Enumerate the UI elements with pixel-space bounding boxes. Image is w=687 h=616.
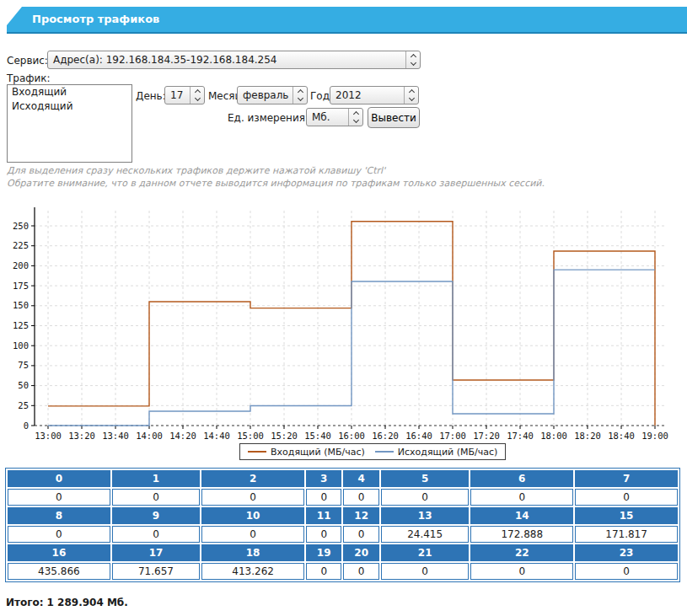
page-title: Просмотр трафиков	[7, 7, 687, 32]
legend-entry-1: Исходящий (МБ/час)	[375, 447, 498, 458]
spinner-arrows-icon[interactable]	[190, 87, 204, 104]
traffic-option-1[interactable]: Исходящий	[8, 99, 131, 114]
total-line: Итого:1 289.904 Мб.	[6, 597, 128, 608]
traffic-view-page: Просмотр трафиков Сервис: Адрес(а): 192.…	[0, 0, 687, 616]
y-tick-label: 175	[13, 281, 29, 291]
y-tick-label: 150	[13, 300, 29, 310]
hour-header-cell: 9	[112, 507, 200, 524]
title-bar: Просмотр трафиков	[7, 7, 687, 34]
hour-header-cell: 22	[470, 544, 573, 561]
hour-header-cell: 23	[575, 544, 678, 561]
hour-header-cell: 7	[575, 470, 678, 487]
y-tick-label: 125	[13, 320, 29, 330]
hour-value-cell: 0	[306, 489, 341, 506]
x-tick-label: 19:00	[641, 431, 668, 441]
legend-label: Исходящий (МБ/час)	[398, 447, 498, 458]
unit-select-value: Мб.	[307, 109, 348, 126]
hour-header-cell: 13	[381, 507, 469, 524]
hour-header-cell: 4	[343, 470, 378, 487]
chart-canvas: 025507510012515017520022525013:0013:2013…	[0, 202, 687, 447]
y-tick-label: 50	[18, 380, 29, 390]
spinner-arrows-icon[interactable]	[293, 87, 307, 104]
service-select[interactable]: Адрес(а): 192.168.184.35-192.168.184.254	[47, 51, 421, 69]
hour-header-cell: 11	[306, 507, 341, 524]
total-label: Итого:	[6, 597, 44, 608]
hour-header-cell: 6	[470, 470, 573, 487]
y-tick-label: 0	[24, 420, 29, 431]
month-select-value: февраль	[238, 87, 293, 104]
x-tick-label: 16:20	[372, 431, 399, 441]
hour-header-cell: 14	[470, 507, 573, 524]
hour-value-cell: 0	[306, 526, 341, 543]
hour-header-cell: 18	[201, 544, 304, 561]
hour-value-cell: 435.866	[8, 563, 110, 580]
chart-legend: Входящий (МБ/час)Исходящий (МБ/час)	[239, 443, 506, 460]
y-tick-label: 250	[13, 221, 29, 231]
x-tick-label: 15:20	[271, 431, 298, 441]
x-tick-label: 14:00	[136, 431, 163, 441]
traffic-listbox[interactable]: ВходящийИсходящий	[7, 84, 132, 163]
traffic-option-0[interactable]: Входящий	[8, 85, 131, 99]
hour-value-cell: 0	[470, 563, 573, 580]
y-tick-label: 75	[18, 360, 29, 370]
x-tick-label: 16:40	[405, 431, 432, 441]
hour-value-cell: 0	[343, 563, 378, 580]
hour-value-cell: 0	[201, 489, 304, 506]
output-button[interactable]: Вывести	[368, 107, 420, 128]
x-tick-label: 18:00	[540, 431, 567, 441]
hour-value-cell: 172.888	[470, 526, 573, 543]
x-tick-label: 14:20	[169, 431, 196, 441]
day-select[interactable]: 17	[164, 86, 205, 104]
y-tick-label: 100	[13, 340, 29, 351]
hour-value-cell: 0	[575, 489, 678, 506]
hour-value-cell: 0	[343, 489, 378, 506]
hour-header-cell: 5	[381, 470, 469, 487]
x-tick-label: 15:00	[237, 431, 264, 441]
unit-select[interactable]: Мб.	[306, 108, 363, 126]
hour-value-cell: 24.415	[381, 526, 469, 543]
hour-header-cell: 12	[343, 507, 378, 524]
x-tick-label: 17:20	[473, 431, 500, 441]
year-select[interactable]: 2012	[330, 86, 419, 104]
hours-table: 0123456700000000891011121314150000024.41…	[5, 468, 680, 582]
hour-header-cell: 0	[8, 470, 110, 487]
hour-value-cell: 0	[575, 563, 678, 580]
hour-value-cell: 0	[343, 526, 378, 543]
x-tick-label: 18:40	[608, 431, 635, 441]
spinner-arrows-icon[interactable]	[348, 109, 362, 126]
traffic-chart: 025507510012515017520022525013:0013:2013…	[0, 202, 687, 447]
y-tick-label: 200	[13, 260, 29, 271]
month-select[interactable]: февраль	[237, 86, 308, 104]
hour-value-cell: 413.262	[201, 563, 304, 580]
x-tick-label: 18:20	[574, 431, 601, 441]
x-tick-label: 17:00	[439, 431, 466, 441]
spinner-arrows-icon[interactable]	[404, 87, 418, 104]
spinner-arrows-icon[interactable]	[405, 51, 420, 68]
legend-entry-0: Входящий (МБ/час)	[248, 447, 365, 458]
hint-ctrl: Для выделения сразу нескольких трафиков …	[7, 165, 385, 176]
hour-header-cell: 17	[112, 544, 200, 561]
x-tick-label: 16:00	[338, 431, 365, 441]
hour-value-cell: 0	[112, 489, 200, 506]
unit-label: Ед. измерения:	[228, 112, 309, 124]
hour-value-cell: 0	[306, 563, 341, 580]
service-label: Сервис:	[7, 55, 48, 67]
hint-sessions: Обратите внимание, что в данном отчете в…	[7, 178, 545, 189]
year-select-value: 2012	[330, 87, 404, 104]
hour-header-cell: 2	[201, 470, 304, 487]
hour-value-cell: 0	[201, 526, 304, 543]
service-select-value: Адрес(а): 192.168.184.35-192.168.184.254	[48, 51, 405, 68]
hour-value-cell: 0	[381, 489, 469, 506]
hour-header-cell: 15	[575, 507, 678, 524]
hour-value-cell: 0	[112, 526, 200, 543]
day-label: День:	[136, 90, 166, 102]
legend-line-swatch	[375, 451, 394, 453]
traffic-label: Трафик:	[7, 72, 51, 84]
hour-header-cell: 16	[8, 544, 110, 561]
hour-value-cell: 71.657	[112, 563, 200, 580]
y-tick-label: 25	[18, 400, 29, 410]
hour-header-cell: 19	[306, 544, 341, 561]
hour-header-cell: 21	[381, 544, 469, 561]
hour-value-cell: 0	[381, 563, 469, 580]
x-tick-label: 13:40	[102, 431, 129, 441]
